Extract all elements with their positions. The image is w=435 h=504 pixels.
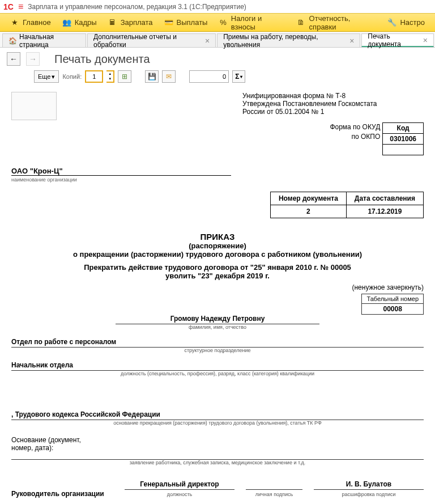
tab-print[interactable]: Печать документа × xyxy=(361,33,434,47)
people-icon: 👥 xyxy=(62,18,71,27)
menu-label: Главное xyxy=(23,18,51,27)
tab-label: Приемы на работу, переводы, увольнения xyxy=(223,33,347,49)
logo-placeholder xyxy=(11,92,57,120)
kod-table: Код 0301006 xyxy=(382,122,424,155)
legal-basis: , Трудового кодекса Российской Федерации xyxy=(11,410,424,420)
tab-label: Начальная страница xyxy=(19,33,80,49)
tab-number: 00008 xyxy=(361,303,424,315)
menu-zarplata[interactable]: 🖩 Зарплата xyxy=(103,14,159,31)
statement-2: уволить "23" декабря 2019 г. xyxy=(11,272,424,280)
chevron-down-icon: ▾ xyxy=(240,74,242,79)
close-icon[interactable]: × xyxy=(349,36,354,45)
position: Начальник отдела xyxy=(11,361,424,371)
more-label: Еще xyxy=(38,73,50,80)
kod-labels: Форма по ОКУД по ОКПО xyxy=(330,122,380,142)
menu-label: Настро xyxy=(400,18,425,27)
sum-button[interactable]: Σ ▾ xyxy=(232,70,245,83)
form-standard-header: Унифицированная форма № Т-8 Утверждена П… xyxy=(242,92,424,116)
spin-up-icon[interactable]: ▲ xyxy=(106,71,113,77)
osnovanie-label: Основание (документ, номер, дата): xyxy=(11,436,424,452)
home-icon: 🏠 xyxy=(8,37,17,45)
order-title: ПРИКАЗ xyxy=(11,232,424,242)
mgr-pos-caption: должность xyxy=(167,492,193,497)
wrench-icon: 🔧 xyxy=(387,18,396,27)
document-area: Унифицированная форма № Т-8 Утверждена П… xyxy=(0,87,435,504)
copies-label: Копий: xyxy=(62,73,82,80)
forward-button[interactable]: → xyxy=(26,52,40,66)
tab-label: Дополнительные отчеты и обработки xyxy=(93,33,203,49)
logo-1c: 1С xyxy=(3,2,14,11)
basis-caption: основание прекращения (расторжения) труд… xyxy=(11,420,424,426)
spin-down-icon[interactable]: ▼ xyxy=(106,77,113,82)
money-icon: 💳 xyxy=(164,18,173,27)
order-desc: о прекращении (расторжении) трудового до… xyxy=(11,250,424,259)
mgr-sign-caption: личная подпись xyxy=(255,492,293,497)
organization-caption: наименование организации xyxy=(11,177,424,183)
tab-label: Печать документа xyxy=(368,32,420,48)
name-caption: фамилия, имя, отчество xyxy=(11,324,424,330)
chevron-down-icon: ▾ xyxy=(52,73,55,81)
copies-input[interactable] xyxy=(85,70,103,83)
save-button[interactable]: 💾 xyxy=(145,70,159,83)
more-button[interactable]: Еще ▾ xyxy=(34,70,59,83)
doc-number: 2 xyxy=(270,205,346,218)
copies-spinner[interactable]: ▲ ▼ xyxy=(106,70,114,83)
tab-reports[interactable]: Дополнительные отчеты и обработки × xyxy=(87,33,216,47)
menu-label: Зарплата xyxy=(121,18,153,27)
manager-sign xyxy=(246,480,302,490)
employee-name: Громову Надежду Петровну xyxy=(116,315,319,324)
menu-taxes[interactable]: % Налоги и взносы xyxy=(213,14,291,31)
menu-label: Кадры xyxy=(75,18,97,27)
menu-label: Выплаты xyxy=(177,18,208,27)
manager-label: Руководитель организации xyxy=(11,490,113,498)
menu-label: Отчетность, справки xyxy=(309,14,377,31)
doc-date: 17.12.2019 xyxy=(346,205,423,218)
tabs-row: 🏠 Начальная страница Дополнительные отче… xyxy=(0,32,435,48)
close-icon[interactable]: × xyxy=(205,36,210,45)
star-icon: ★ xyxy=(10,18,19,27)
calc-icon: 🖩 xyxy=(108,18,117,27)
burger-icon[interactable]: ≡ xyxy=(18,2,23,12)
menu-vyplaty[interactable]: 💳 Выплаты xyxy=(159,14,214,31)
tab-hire[interactable]: Приемы на работу, переводы, увольнения × xyxy=(217,33,360,47)
dept-caption: структурное подразделение xyxy=(11,348,424,353)
department: Отдел по работе с персоналом xyxy=(11,338,424,348)
menu-settings[interactable]: 🔧 Настро xyxy=(382,14,430,31)
menu-reports[interactable]: 🗎 Отчетность, справки xyxy=(291,14,382,31)
percent-icon: % xyxy=(219,18,227,27)
main-menu: ★ Главное 👥 Кадры 🖩 Зарплата 💳 Выплаты %… xyxy=(0,14,435,32)
back-button[interactable]: ← xyxy=(7,52,20,66)
docnum-table: Номер документаДата составления 217.12.2… xyxy=(270,192,424,218)
menu-label: Налоги и взносы xyxy=(231,14,286,31)
menu-main[interactable]: ★ Главное xyxy=(5,14,57,31)
doc-icon: 🗎 xyxy=(297,18,305,27)
tab-home[interactable]: 🏠 Начальная страница xyxy=(2,33,86,47)
strike-note: (ненужное зачеркнуть) xyxy=(11,283,424,291)
okud-value: 0301006 xyxy=(383,134,424,145)
manager-name: И. В. Булатов xyxy=(314,480,424,490)
statement-1: Прекратить действие трудового договора о… xyxy=(11,263,424,272)
osnovanie-caption: заявление работника, служебная записка, … xyxy=(11,460,424,465)
sigma-icon: Σ xyxy=(235,73,239,81)
menu-kadry[interactable]: 👥 Кадры xyxy=(57,14,103,31)
email-button[interactable]: ✉ xyxy=(162,70,176,83)
window-title: Зарплата и управление персоналом, редакц… xyxy=(28,3,246,11)
osnovanie-line xyxy=(11,452,424,460)
page-title: Печать документа xyxy=(54,53,150,66)
position-caption: должность (специальность, профессия), ра… xyxy=(11,371,424,376)
organization-name: ОАО "Крон-Ц" xyxy=(11,167,231,176)
numeric-input[interactable] xyxy=(189,70,229,83)
mgr-name-caption: расшифровка подписи xyxy=(342,492,396,497)
table-edit-button[interactable]: ⊞ xyxy=(118,70,131,83)
order-subtitle: (распоряжение) xyxy=(11,242,424,250)
close-icon[interactable]: × xyxy=(423,36,428,45)
manager-position: Генеральный директор xyxy=(125,480,234,490)
tab-number-block: Табельный номер 00008 xyxy=(361,294,424,315)
